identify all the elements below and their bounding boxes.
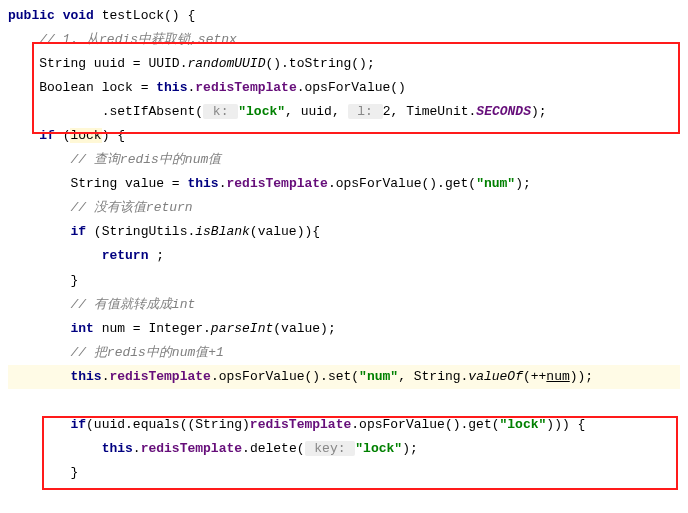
field: redisTemplate <box>195 80 296 95</box>
method-sig: testLock() { <box>94 8 195 23</box>
code-line[interactable]: public void testLock() { <box>8 4 680 28</box>
code-line[interactable]: // 没有该值return <box>8 196 680 220</box>
keyword-this: this <box>187 176 218 191</box>
comment: // 把redis中的num值+1 <box>70 345 223 360</box>
field: redisTemplate <box>109 369 210 384</box>
number: 2 <box>383 104 391 119</box>
brace: } <box>70 465 78 480</box>
code-text: , TimeUnit. <box>391 104 477 119</box>
static-call: parseInt <box>211 321 273 336</box>
code-text: num = Integer. <box>94 321 211 336</box>
code-text: String uuid = UUID. <box>39 56 187 71</box>
code-text: .setIfAbsent( <box>39 104 203 119</box>
code-text: .opsForValue() <box>297 80 406 95</box>
code-text: (value)){ <box>250 224 320 239</box>
code-line[interactable]: if (StringUtils.isBlank(value)){ <box>8 220 680 244</box>
code-line[interactable]: this.redisTemplate.opsForValue().set("nu… <box>8 365 680 389</box>
string: "num" <box>359 369 398 384</box>
code-text: .opsForValue().set( <box>211 369 359 384</box>
comment: // 有值就转成成int <box>70 297 195 312</box>
keyword-this: this <box>102 441 133 456</box>
code-line[interactable]: if (lock) { <box>8 124 680 148</box>
field: redisTemplate <box>226 176 327 191</box>
code-line[interactable]: Boolean lock = this.redisTemplate.opsFor… <box>8 76 680 100</box>
code-text: (++ <box>523 369 546 384</box>
param-hint: l: <box>348 104 383 119</box>
keyword-if: if <box>39 128 55 143</box>
code-text: Boolean lock = <box>39 80 156 95</box>
code-text: (value); <box>273 321 335 336</box>
code-line[interactable]: .setIfAbsent( k: "lock", uuid, l: 2, Tim… <box>8 100 680 124</box>
variable-highlight: lock <box>70 128 101 143</box>
code-text: .opsForValue().get( <box>328 176 476 191</box>
string: "lock" <box>238 104 285 119</box>
param-hint: k: <box>203 104 238 119</box>
code-text: ); <box>402 441 418 456</box>
string: "lock" <box>500 417 547 432</box>
keyword-public: public <box>8 8 55 23</box>
code-text: .delete( <box>242 441 304 456</box>
brace: } <box>70 273 78 288</box>
field: redisTemplate <box>250 417 351 432</box>
code-line[interactable]: // 把redis中的num值+1 <box>8 341 680 365</box>
string: "num" <box>476 176 515 191</box>
code-text: ))) { <box>546 417 585 432</box>
code-text: ) { <box>102 128 125 143</box>
string: "lock" <box>355 441 402 456</box>
code-text: ); <box>515 176 531 191</box>
code-line[interactable]: String uuid = UUID.randomUUID().toString… <box>8 52 680 76</box>
code-line[interactable]: // 查询redis中的num值 <box>8 148 680 172</box>
static-call: randomUUID <box>187 56 265 71</box>
code-line[interactable]: // 有值就转成成int <box>8 293 680 317</box>
comment: // 没有该值return <box>70 200 192 215</box>
keyword-return: return <box>102 248 149 263</box>
keyword-if: if <box>70 417 86 432</box>
variable-mutated: num <box>546 369 569 384</box>
code-editor[interactable]: public void testLock() { // 1. 从redis中获取… <box>8 4 680 485</box>
keyword-void: void <box>63 8 94 23</box>
code-text: (StringUtils. <box>86 224 195 239</box>
code-line[interactable]: int num = Integer.parseInt(value); <box>8 317 680 341</box>
code-text: , uuid, <box>285 104 347 119</box>
keyword-int: int <box>70 321 93 336</box>
keyword-this: this <box>70 369 101 384</box>
code-text: ; <box>148 248 164 263</box>
param-hint: key: <box>305 441 356 456</box>
comment: // 查询redis中的num值 <box>70 152 221 167</box>
code-text: )); <box>570 369 593 384</box>
code-text: ); <box>531 104 547 119</box>
code-line[interactable]: } <box>8 461 680 485</box>
code-line[interactable]: // 1. 从redis中获取锁,setnx <box>8 28 680 52</box>
code-line[interactable]: } <box>8 269 680 293</box>
constant: SECONDS <box>476 104 531 119</box>
code-text: , String. <box>398 369 468 384</box>
static-call: isBlank <box>195 224 250 239</box>
code-line[interactable] <box>8 389 680 413</box>
code-line[interactable]: String value = this.redisTemplate.opsFor… <box>8 172 680 196</box>
code-text: ().toString(); <box>265 56 374 71</box>
code-text: .opsForValue().get( <box>351 417 499 432</box>
code-text: ( <box>55 128 71 143</box>
keyword-this: this <box>156 80 187 95</box>
code-text: . <box>133 441 141 456</box>
comment: // 1. 从redis中获取锁,setnx <box>39 32 237 47</box>
code-text: String value = <box>70 176 187 191</box>
code-line[interactable]: this.redisTemplate.delete( key: "lock"); <box>8 437 680 461</box>
static-call: valueOf <box>468 369 523 384</box>
keyword-if: if <box>70 224 86 239</box>
code-text: (uuid.equals((String) <box>86 417 250 432</box>
code-line[interactable]: return ; <box>8 244 680 268</box>
field: redisTemplate <box>141 441 242 456</box>
code-line[interactable]: if(uuid.equals((String)redisTemplate.ops… <box>8 413 680 437</box>
